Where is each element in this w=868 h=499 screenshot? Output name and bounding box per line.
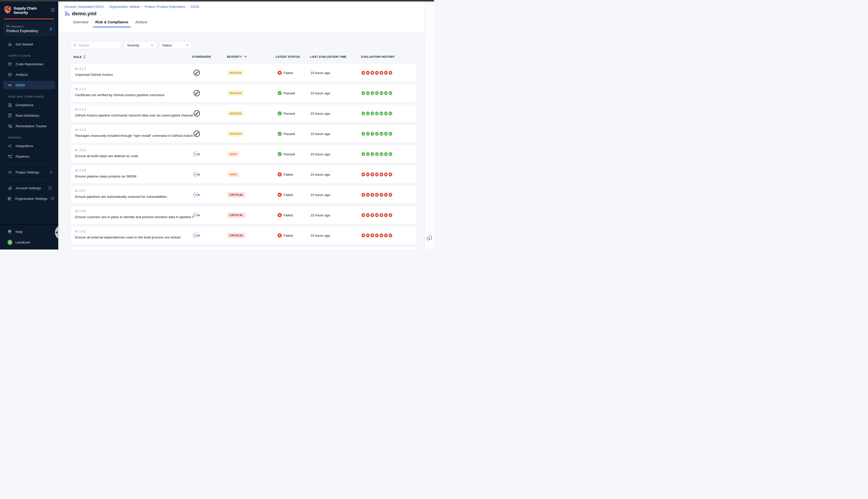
tab-bar: OverviewRisk & ComplianceActions: [73, 20, 424, 27]
feedback-chat-icon[interactable]: [426, 235, 432, 241]
history-fail-icon: [366, 233, 370, 238]
tab-risk-compliance[interactable]: Risk & Compliance: [95, 20, 129, 27]
sidebar-item-label: Code Repositories: [15, 62, 44, 66]
sidebar-item-code-repositories[interactable]: Code Repositories: [3, 60, 55, 68]
table-row[interactable]: Id: 3.1.7 CIS CRITICAL Failed 23 hours a…: [70, 246, 417, 250]
sidebar-item-compliance[interactable]: Compliance: [3, 101, 55, 109]
table-row[interactable]: Id: 2.3.8 Ensure scanners are in place t…: [70, 206, 417, 224]
column-header-last-evaluation-time[interactable]: LAST EVALUATION TIME: [310, 55, 347, 58]
history-fail-icon: [375, 233, 379, 238]
module-grid-icon[interactable]: [51, 8, 55, 12]
column-header-standards[interactable]: STANDARDS: [192, 55, 211, 58]
chevron-down-icon: [151, 45, 154, 46]
table-row[interactable]: Id: 2.4.6 Ensure pipeline steps produce …: [70, 165, 417, 184]
history-pass-icon: [361, 91, 365, 95]
search-input[interactable]: [79, 44, 119, 47]
rule-id: Id: 2.4.6: [75, 169, 86, 172]
sidebar: Supply Chain Security PROJECT: [0, 1, 58, 250]
history-fail-icon: [375, 193, 379, 197]
latest-status: Failed: [278, 233, 293, 238]
rule-id: Id: 2.1.1: [75, 67, 86, 71]
sidebar-item-rule-definitions[interactable]: Rule Definitions: [3, 111, 55, 120]
nav-section-heading: SUPPLY CHAIN: [0, 50, 58, 60]
history-fail-icon: [366, 213, 370, 217]
severity-badge: MEDIUM: [227, 90, 244, 96]
history-fail-icon: [384, 172, 388, 177]
severity-badge: MEDIUM: [227, 111, 244, 116]
table-row[interactable]: Id: 2.3.1 Ensure all build steps are def…: [70, 145, 417, 163]
table-row[interactable]: Id: 2.1.3 GitHub Actions pipeline comman…: [70, 104, 417, 123]
sidebar-item-project-settings[interactable]: Project Settings: [3, 168, 55, 177]
chevron-down-icon: [186, 45, 189, 46]
tab-actions[interactable]: Actions: [135, 20, 148, 27]
history-pass-icon: [384, 91, 388, 95]
table-row[interactable]: Id: 2.1.2 Certificate not verified by Gi…: [70, 84, 417, 102]
severity-filter-dropdown[interactable]: Severity: [124, 41, 157, 49]
chevron-right-icon: [50, 27, 52, 31]
passed-check-icon: [278, 152, 282, 156]
user-menu[interactable]: L Lavakush: [3, 238, 55, 246]
history-pass-icon: [375, 152, 379, 156]
history-fail-icon: [379, 233, 383, 238]
severity-badge: HIGH: [227, 151, 239, 157]
table-row[interactable]: Id: 2.3.7 Ensure pipelines are automatic…: [70, 185, 417, 204]
status-filter-dropdown[interactable]: Status: [159, 41, 192, 49]
history-fail-icon: [375, 71, 379, 75]
passed-check-icon: [278, 132, 282, 136]
last-evaluation-time: 23 hours ago: [311, 71, 330, 75]
evaluation-history: [361, 132, 392, 136]
sidebar-item-pipelines[interactable]: Pipelines: [3, 152, 55, 161]
sidebar-item-remediation-tracker[interactable]: Remediation Tracker: [3, 122, 55, 130]
search-icon: [73, 44, 77, 47]
column-header-latest-status[interactable]: LATEST STATUS: [276, 55, 300, 58]
failed-x-icon: [278, 233, 282, 238]
history-fail-icon: [379, 213, 383, 217]
rule-definitions-icon: [8, 113, 12, 118]
breadcrumb-link[interactable]: Account: Automation-SSCA: [64, 5, 104, 9]
tab-overview[interactable]: Overview: [73, 20, 89, 27]
supply-chain-security-logo-icon: [4, 5, 11, 14]
history-pass-icon: [375, 132, 379, 136]
right-utility-rail: [424, 1, 434, 250]
sidebar-item-label: Pipelines: [15, 155, 29, 158]
history-pass-icon: [379, 152, 383, 156]
history-fail-icon: [366, 71, 370, 75]
history-pass-icon: [388, 152, 392, 156]
column-header-severity[interactable]: SEVERITY: [227, 55, 246, 58]
table-row[interactable]: Id: 2.4.2 Ensure all external dependenci…: [70, 226, 417, 245]
search-input-wrapper: [70, 41, 121, 49]
column-header-evaluation-history[interactable]: EVALUATION HISTORY: [361, 55, 395, 58]
latest-status: Failed: [278, 172, 293, 177]
history-fail-icon: [371, 213, 374, 217]
column-header-rule[interactable]: RULE: [74, 55, 86, 59]
sidebar-item-get-started[interactable]: Get Started: [3, 40, 55, 48]
breadcrumb-link[interactable]: CI/CD: [190, 5, 199, 9]
history-pass-icon: [388, 111, 392, 115]
sort-desc-icon: [244, 56, 246, 58]
page-title: demo.yml: [72, 11, 96, 16]
project-selector[interactable]: PROJECT Product Exploratory: [3, 23, 55, 35]
severity-badge: MEDIUM: [227, 70, 244, 75]
latest-status: Failed: [278, 213, 293, 217]
sidebar-nav: Get StartedSUPPLY CHAINCode Repositories…: [0, 40, 58, 161]
sidebar-item-integrations[interactable]: Integrations: [3, 142, 55, 150]
sidebar-item-artifacts[interactable]: Artifacts: [3, 70, 55, 79]
table-row[interactable]: Id: 2.1.1 Unpinned GitHub Actions MEDIUM…: [70, 63, 417, 82]
history-pass-icon: [388, 91, 392, 95]
sidebar-item-organization-settings[interactable]: Organization Settings: [3, 194, 55, 203]
latest-status: Passed: [278, 152, 295, 156]
sidebar-item-label: CI/CD: [15, 83, 25, 87]
breadcrumb-link[interactable]: Organization: default: [109, 5, 140, 9]
history-fail-icon: [361, 213, 365, 217]
breadcrumb-link[interactable]: Project: Product Exploratory: [145, 5, 185, 9]
sidebar-item-account-settings[interactable]: Account Settings: [3, 184, 55, 192]
history-fail-icon: [361, 193, 365, 197]
history-fail-icon: [388, 193, 392, 197]
severity-filter-label: Severity: [127, 44, 140, 47]
svg-text:?: ?: [9, 230, 10, 232]
sidebar-item-ci-cd[interactable]: ∞CI/CD: [3, 81, 55, 89]
help-button[interactable]: ? Help: [3, 228, 55, 236]
history-fail-icon: [379, 71, 383, 75]
rule-name: Ensure pipeline steps produce an SBOM: [75, 174, 136, 178]
table-row[interactable]: Id: 2.1.4 Packages insecurely installed …: [70, 124, 417, 143]
